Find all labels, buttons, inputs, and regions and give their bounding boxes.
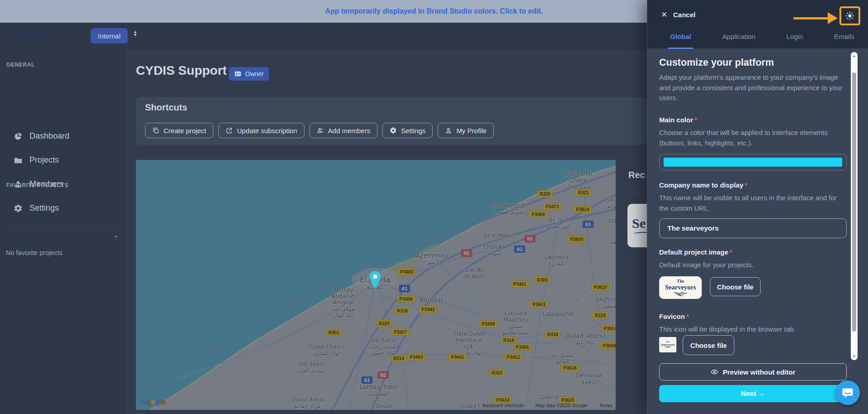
- page-title: CYDIS Support: [136, 63, 227, 78]
- project-image-desc: Default image for your projects.: [659, 260, 845, 270]
- chat-widget-button[interactable]: [835, 380, 860, 405]
- recent-project-card[interactable]: Se: [627, 204, 647, 247]
- panel-scrollbar[interactable]: ▲ ▼: [851, 52, 858, 360]
- folder-icon: [14, 156, 23, 165]
- tab-global[interactable]: Global: [668, 30, 693, 49]
- sidebar-section-general: GENERAL: [6, 62, 35, 68]
- required-mark: *: [694, 116, 697, 124]
- google-logo[interactable]: Google: [140, 398, 166, 407]
- panel-tabs: GlobalApplicationLoginEmails: [668, 30, 856, 49]
- owner-role-badge: Owner: [229, 67, 269, 81]
- required-mark: *: [745, 181, 747, 189]
- shortcut-label: My Profile: [456, 127, 487, 135]
- settings-button[interactable]: Settings: [382, 123, 433, 138]
- logo-waves-icon: [664, 346, 671, 348]
- panel-subtitle: Adapt your platform's appearance to your…: [659, 72, 845, 103]
- main-color-swatch[interactable]: [664, 158, 842, 167]
- theme-brightness-button[interactable]: [839, 6, 860, 25]
- add-members-button[interactable]: Add members: [309, 123, 377, 138]
- sidebar-item-label: Projects: [29, 155, 59, 165]
- sidebar: GENERAL DashboardProjectsMembersSettings…: [0, 51, 127, 414]
- scrollbar-thumb[interactable]: [852, 72, 856, 332]
- main-color-desc: Choose a color that will be applied to i…: [659, 128, 845, 148]
- sidebar-item-projects[interactable]: Projects: [0, 148, 127, 172]
- required-mark: *: [686, 313, 689, 320]
- favorites-empty-text: No favorite projects: [6, 249, 63, 256]
- tab-emails[interactable]: Emails: [832, 30, 856, 49]
- gear-icon: [14, 204, 23, 213]
- sidebar-divider: [6, 227, 121, 227]
- project-image-label: Default project image*: [659, 248, 732, 256]
- shortcuts-title: Shortcuts: [145, 102, 187, 113]
- create-project-button[interactable]: Create project: [145, 123, 213, 138]
- environment-badge[interactable]: Internal: [91, 28, 128, 43]
- shortcuts-row: Create projectUpdate subscriptionAdd mem…: [145, 123, 494, 138]
- brand-studio-panel: ✕ Cancel GlobalApplicationLoginEmails Cu…: [647, 0, 868, 414]
- logo-waves-icon: [672, 292, 689, 296]
- sidebar-item-label: Dashboard: [29, 131, 69, 141]
- brand-studio-banner[interactable]: App temporarily displayed in Brand Studi…: [0, 0, 647, 23]
- map-attribution-item[interactable]: Map data ©2025 Google: [535, 403, 588, 408]
- chevron-down-icon[interactable]: ⌄: [113, 231, 119, 239]
- company-logo[interactable]: The Searveyors: [13, 26, 51, 41]
- id-card-icon: [234, 70, 241, 77]
- my-profile-button[interactable]: My Profile: [438, 123, 494, 138]
- sun-icon: [845, 11, 855, 21]
- favicon-preview: The Searveyors: [659, 337, 676, 352]
- eye-icon: [710, 368, 719, 376]
- sidebar-nav: DashboardProjectsMembersSettings: [0, 124, 127, 220]
- favicon-desc: This icon will be displayed in the brows…: [659, 324, 845, 335]
- shortcut-label: Settings: [401, 127, 425, 135]
- close-icon[interactable]: ✕: [661, 10, 667, 19]
- annotation-arrow-head: [828, 12, 838, 24]
- users-icon: [317, 127, 324, 134]
- map-marker-pin[interactable]: [368, 270, 382, 292]
- recent-divider: [627, 194, 647, 194]
- gear-icon: [390, 127, 397, 134]
- panel-header: ✕ Cancel GlobalApplicationLoginEmails: [647, 0, 868, 49]
- chat-bubble-icon: [841, 386, 854, 399]
- user-icon: [445, 127, 452, 134]
- sidebar-item-settings[interactable]: Settings: [0, 196, 127, 220]
- next-button[interactable]: Next →: [659, 385, 847, 402]
- scroll-up-icon[interactable]: ▲: [851, 54, 858, 58]
- map-attribution[interactable]: Keyboard shortcutsMap data ©2025 GoogleT…: [482, 403, 612, 408]
- google-map[interactable]: Sidi RahalChataiسيدي رحالSoualسوالمSidi …: [136, 160, 616, 410]
- favicon-choose-file-button[interactable]: Choose file: [683, 335, 734, 355]
- pie-icon: [14, 132, 23, 141]
- copy-icon: [152, 127, 159, 134]
- shortcut-label: Add members: [328, 127, 370, 135]
- environment-switch-icon[interactable]: ▲▼: [133, 30, 137, 37]
- company-name-input[interactable]: The searveyors: [659, 218, 847, 238]
- scroll-down-icon[interactable]: ▼: [851, 354, 858, 358]
- main-color-picker[interactable]: [659, 154, 847, 170]
- logo-waves-icon: [23, 37, 41, 41]
- map-attribution-item[interactable]: Keyboard shortcuts: [482, 403, 523, 408]
- panel-body: Customize your platform Adapt your platf…: [647, 49, 868, 414]
- sidebar-section-favorites: FAVORITE PROJECTS: [6, 182, 68, 188]
- tab-login[interactable]: Login: [785, 30, 805, 49]
- banner-text[interactable]: App temporarily displayed in Brand Studi…: [0, 0, 647, 23]
- brand-studio-app: App temporarily displayed in Brand Studi…: [0, 0, 868, 414]
- required-mark: *: [730, 248, 733, 256]
- external-icon: [226, 127, 233, 134]
- panel-title: Customize your platform: [659, 57, 774, 68]
- app-header: The Searveyors Internal ▲▼: [0, 23, 647, 51]
- annotation-arrow: [793, 17, 829, 19]
- logo-wave-fragment: [634, 232, 647, 236]
- preview-without-editor-button[interactable]: Preview without editor: [659, 363, 847, 380]
- main-color-label: Main color*: [659, 116, 697, 124]
- sidebar-item-dashboard[interactable]: Dashboard: [0, 124, 127, 148]
- shortcut-label: Update subscription: [237, 127, 297, 135]
- company-name-desc: This name will be visible to all users i…: [659, 193, 845, 213]
- cancel-button[interactable]: Cancel: [673, 11, 695, 19]
- project-image-preview: The Searveyors: [659, 276, 702, 299]
- shortcut-label: Create project: [164, 127, 206, 135]
- recent-section-title: Rec: [628, 170, 645, 180]
- map-attribution-item[interactable]: Terms: [599, 403, 612, 408]
- tab-application[interactable]: Application: [720, 30, 757, 49]
- favicon-label: Favicon*: [659, 313, 689, 320]
- sidebar-item-label: Settings: [29, 203, 59, 213]
- update-subscription-button[interactable]: Update subscription: [218, 123, 304, 138]
- project-image-choose-file-button[interactable]: Choose file: [710, 277, 761, 296]
